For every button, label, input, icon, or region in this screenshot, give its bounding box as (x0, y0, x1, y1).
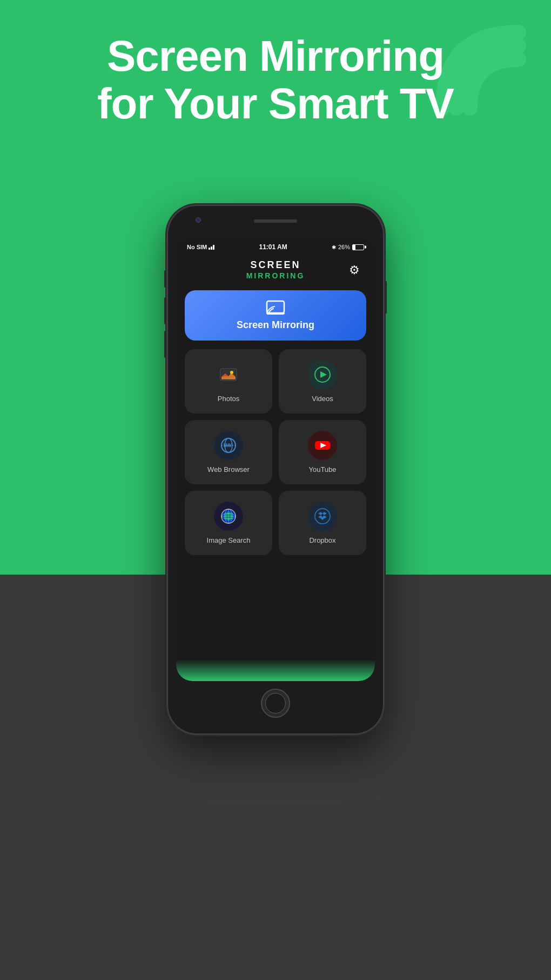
web-browser-item[interactable]: WWW Web Browser (185, 420, 272, 484)
web-browser-icon-circle: WWW (214, 431, 243, 460)
photos-icon-circle (214, 360, 243, 389)
battery-icon (352, 244, 364, 250)
grid-row-2: WWW Web Browser (185, 420, 366, 484)
svg-point-19 (315, 509, 330, 524)
photos-item[interactable]: Photos (185, 349, 272, 414)
dropbox-label: Dropbox (309, 536, 335, 544)
photos-label: Photos (218, 395, 239, 403)
home-button[interactable] (261, 689, 290, 718)
headline-text: Screen Mirroring for Your Smart TV (32, 32, 519, 128)
status-time: 11:01 AM (259, 243, 287, 251)
app-logo: SCREEN MIRRORING (206, 259, 345, 281)
app-content: SCREEN MIRRORING ⚙ (176, 254, 375, 555)
grid-row-1: Photos Videos (185, 349, 366, 414)
app-title-top: SCREEN (206, 259, 345, 271)
phone-outer: No SIM 11:01 AM ✱ 26% (167, 205, 384, 734)
grid-row-3: Image Search (185, 491, 366, 555)
photos-icon (220, 367, 237, 382)
web-browser-label: Web Browser (207, 465, 250, 474)
youtube-item[interactable]: YouTube (279, 420, 366, 484)
mirror-button-label: Screen Mirroring (237, 319, 314, 331)
image-search-item[interactable]: Image Search (185, 491, 272, 555)
videos-icon-circle (308, 360, 337, 389)
videos-label: Videos (312, 395, 333, 403)
phone-top-area (176, 214, 375, 238)
phone-mockup: No SIM 11:01 AM ✱ 26% (124, 205, 427, 734)
dropbox-icon-circle (308, 502, 337, 531)
svg-point-1 (267, 312, 269, 314)
settings-button[interactable]: ⚙ (345, 261, 364, 280)
app-header: SCREEN MIRRORING ⚙ (185, 254, 366, 286)
bluetooth-icon: ✱ (332, 244, 336, 250)
volume-up-button (164, 297, 166, 324)
youtube-icon-circle (308, 431, 337, 460)
image-search-icon-circle (214, 502, 243, 531)
dropbox-icon (314, 508, 331, 525)
headline-section: Screen Mirroring for Your Smart TV (0, 32, 551, 128)
image-search-icon (220, 508, 237, 525)
svg-point-4 (230, 371, 233, 374)
screen-mirroring-button[interactable]: Screen Mirroring (185, 290, 366, 341)
battery-percent-text: 26% (338, 244, 350, 250)
home-button-inner (265, 693, 286, 714)
image-search-label: Image Search (207, 536, 251, 544)
app-title-bottom: MIRRORING (246, 271, 305, 280)
phone-body: No SIM 11:01 AM ✱ 26% (167, 205, 384, 734)
youtube-icon (314, 437, 331, 454)
web-browser-icon: WWW (220, 437, 237, 454)
status-right: ✱ 26% (332, 244, 364, 250)
phone-speaker (254, 219, 297, 223)
phone-screen: No SIM 11:01 AM ✱ 26% (176, 238, 375, 681)
videos-item[interactable]: Videos (279, 349, 366, 414)
videos-icon (314, 366, 331, 383)
bottom-green-hint (176, 659, 375, 681)
volume-down-button (164, 331, 166, 358)
battery-fill (353, 245, 355, 250)
wifi-icon (209, 244, 214, 250)
dropbox-item[interactable]: Dropbox (279, 491, 366, 555)
status-left: No SIM (187, 244, 214, 250)
gear-icon: ⚙ (349, 263, 360, 277)
status-bar: No SIM 11:01 AM ✱ 26% (176, 238, 375, 254)
youtube-label: YouTube (308, 465, 336, 474)
front-camera (196, 217, 201, 223)
carrier-text: No SIM (187, 244, 207, 250)
mute-button (164, 270, 166, 288)
cast-icon (266, 300, 285, 315)
power-button (385, 281, 387, 314)
